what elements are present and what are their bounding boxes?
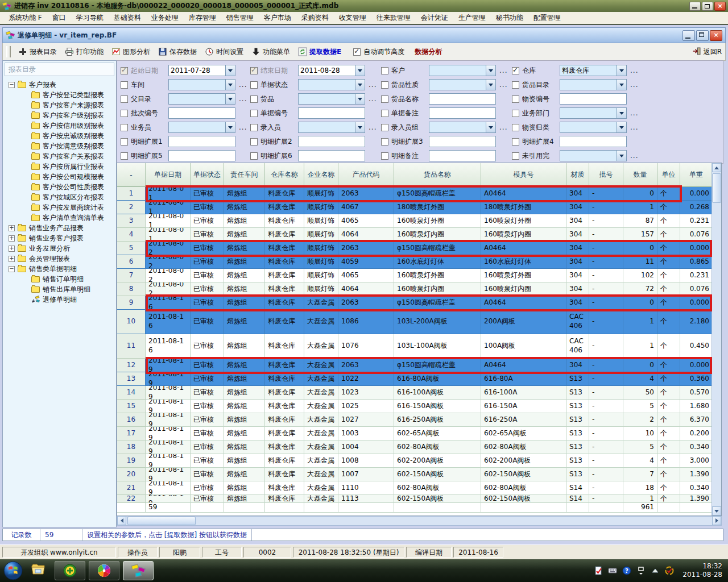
filter-checkbox[interactable] [512, 81, 519, 89]
combo-dropdown-button[interactable] [355, 122, 365, 132]
filter-checkbox[interactable] [250, 81, 258, 89]
child-close-button[interactable]: × [710, 30, 722, 41]
combo-dropdown-button[interactable] [225, 122, 235, 132]
toolbar-grip[interactable] [6, 46, 11, 57]
filter-more-button[interactable]: ... [630, 123, 638, 131]
filter-combo[interactable] [168, 122, 235, 133]
column-header-status[interactable]: 单据状态 [191, 163, 224, 187]
filter-input[interactable] [168, 136, 235, 147]
menu-item-5[interactable]: 库存管理 [184, 12, 221, 24]
filter-checkbox[interactable] [381, 110, 388, 117]
filter-checkbox[interactable] [381, 124, 388, 131]
menu-item-9[interactable]: 收支管理 [334, 12, 371, 24]
table-row-5[interactable]: 52011-08-02已审核熔炼组料废仓库顺展灯饰2063φ150圆高帽疏栏盖A… [117, 242, 713, 255]
menu-item-2[interactable]: 学习导航 [71, 12, 109, 24]
combo-dropdown-button[interactable] [617, 65, 626, 76]
scroll-left-button[interactable] [117, 516, 126, 525]
auto-height-checkbox[interactable] [353, 48, 361, 56]
child-minimize-button[interactable] [682, 30, 695, 41]
toolbar-button-3[interactable]: 保存数据 [154, 45, 201, 59]
filter-combo[interactable] [429, 65, 496, 76]
filter-checkbox[interactable] [250, 95, 258, 103]
combo-dropdown-button[interactable] [617, 80, 626, 90]
tree-item-2[interactable]: 客户按客户来源报表 [3, 100, 116, 110]
filter-combo[interactable] [560, 122, 627, 133]
filter-input[interactable] [429, 107, 496, 119]
window-close-button[interactable]: × [714, 2, 726, 11]
filter-more-button[interactable]: ... [499, 123, 507, 131]
table-row-1[interactable]: 12011-08-01已审核熔炼组料废仓库顺展灯饰2063φ150圆高帽疏栏盖A… [117, 187, 713, 201]
child-restore-button[interactable] [696, 30, 709, 41]
filter-more-button[interactable]: ... [499, 81, 507, 89]
toolbar-button-0[interactable]: 报表目录 [14, 45, 61, 59]
data-analysis-button[interactable]: 数据分析 [415, 47, 442, 57]
tree-item-18[interactable]: −销售类单据明细 [3, 264, 116, 274]
column-header-batch[interactable]: 批号 [589, 163, 623, 187]
filter-checkbox[interactable] [250, 110, 258, 117]
tree-item-8[interactable]: 客户按所属行业报表 [3, 161, 116, 172]
menu-item-14[interactable]: 配置管理 [528, 12, 566, 24]
filter-checkbox[interactable] [121, 67, 128, 74]
filter-combo[interactable] [168, 93, 235, 105]
tree-item-9[interactable]: 客户按公司规模报表 [3, 172, 116, 182]
collapse-icon[interactable]: − [9, 82, 15, 88]
explorer-taskbar-icon[interactable] [31, 562, 48, 579]
filter-more-button[interactable]: ... [499, 66, 507, 74]
filter-checkbox[interactable] [250, 67, 258, 74]
combo-dropdown-button[interactable] [486, 65, 495, 76]
toolbar-button-4[interactable]: 时间设置 [201, 45, 247, 59]
filter-combo[interactable] [429, 79, 496, 90]
auto-height-toggle[interactable]: 自动调节高度 [353, 47, 404, 57]
column-header-warehouse[interactable]: 仓库名称 [265, 163, 304, 187]
menu-item-6[interactable]: 销售管理 [221, 12, 259, 24]
filter-more-button[interactable]: ... [630, 152, 638, 160]
column-header-weight[interactable]: 单重 [680, 163, 713, 187]
filter-input[interactable] [560, 93, 627, 105]
filter-more-button[interactable]: ... [630, 109, 638, 117]
tree-item-1[interactable]: 客户按登记类型报表 [3, 90, 116, 100]
combo-dropdown-button[interactable] [486, 122, 495, 132]
menu-item-8[interactable]: 采购资料 [296, 12, 334, 24]
filter-input[interactable] [298, 136, 365, 147]
tree-item-7[interactable]: 客户按客户关系报表 [3, 151, 116, 161]
column-header-name[interactable]: 货品名称 [394, 163, 481, 187]
filter-more-button[interactable]: ... [369, 81, 377, 89]
toolbar-button-1[interactable]: 打印功能 [61, 45, 107, 59]
expand-icon[interactable]: + [9, 256, 15, 262]
tree-item-4[interactable]: 客户按信用级别报表 [3, 120, 116, 131]
filter-checkbox[interactable] [512, 124, 519, 131]
combo-dropdown-button[interactable] [225, 80, 235, 90]
collapse-icon[interactable]: − [9, 266, 15, 272]
combo-dropdown-button[interactable] [617, 108, 626, 118]
tree-item-21[interactable]: 退修单明细 [3, 294, 116, 305]
table-row-10[interactable]: 102011-08-16已审核熔炼组料废仓库大磊金属1086103L-200A阀… [117, 310, 713, 334]
table-row-9[interactable]: 92011-08-16已审核熔炼组料废仓库大磊金属2063φ150圆高帽疏栏盖A… [117, 296, 713, 310]
filter-input[interactable] [298, 150, 365, 161]
filter-checkbox[interactable] [121, 152, 128, 160]
browser-taskbar-button[interactable] [89, 561, 119, 580]
filter-input[interactable] [168, 107, 235, 119]
expand-icon[interactable]: + [9, 235, 15, 242]
table-row-7[interactable]: 72011-08-02已审核熔炼组料废仓库顺展灯饰4065160喷泉灯外圈160… [117, 269, 713, 282]
filter-combo[interactable] [298, 122, 365, 133]
column-header-date[interactable]: 单据日期 [146, 163, 191, 187]
menu-item-4[interactable]: 业务处理 [146, 12, 184, 24]
tree-item-5[interactable]: 客户按忠诚级别报表 [3, 131, 116, 141]
scroll-right-button[interactable] [712, 516, 721, 525]
window-maximize-button[interactable] [702, 2, 713, 11]
column-header-code[interactable]: 产品代码 [338, 163, 394, 187]
filter-checkbox[interactable] [512, 95, 519, 103]
menu-item-3[interactable]: 基础资料 [109, 12, 146, 24]
scroll-down-button[interactable] [712, 506, 721, 516]
tree-item-16[interactable]: +业务发展分析 [3, 243, 116, 253]
filter-checkbox[interactable] [381, 81, 388, 89]
combo-dropdown-button[interactable] [486, 80, 495, 90]
toolbar-button-5[interactable]: 功能菜单 [247, 45, 294, 59]
filter-checkbox[interactable] [512, 67, 519, 74]
table-row-4[interactable]: 42011-08-01已审核熔炼组料废仓库顺展灯饰4064160喷泉灯内圈160… [117, 228, 713, 242]
erp-app-taskbar-button[interactable] [123, 561, 154, 580]
filter-checkbox[interactable] [512, 138, 519, 146]
combo-dropdown-button[interactable] [225, 65, 235, 76]
show-hidden-icons-button[interactable] [651, 566, 660, 575]
combo-dropdown-button[interactable] [617, 122, 626, 132]
